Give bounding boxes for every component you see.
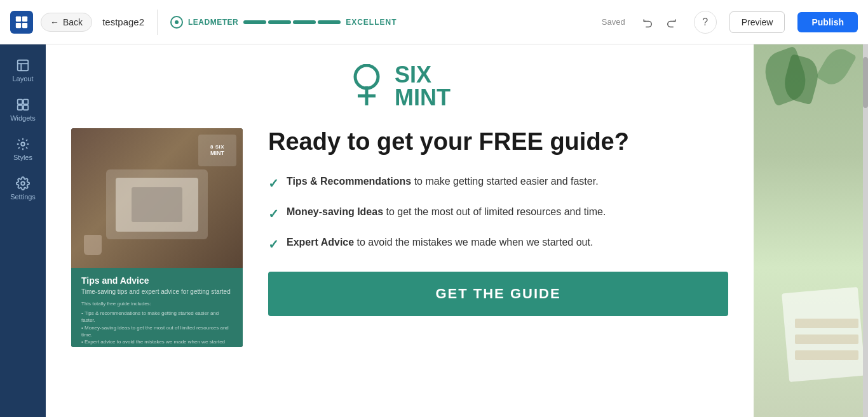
sidebar-item-layout[interactable]: Layout: [3, 52, 43, 89]
undo-button[interactable]: [638, 12, 658, 32]
brand-sub: MINT: [395, 86, 451, 109]
cta-button[interactable]: GET THE GUIDE: [268, 272, 728, 316]
brand-name: SIX: [395, 63, 451, 86]
svg-rect-8: [24, 100, 28, 104]
feature-item-2: ✓ Money-saving Ideas to get the most out…: [268, 204, 728, 223]
scrollbar[interactable]: [863, 44, 868, 417]
feature-text-2: Money-saving Ideas to get the most out o…: [287, 204, 606, 220]
svg-rect-9: [18, 105, 22, 110]
layout-icon: [16, 58, 30, 72]
feature-item-1: ✓ Tips & Recommendations to make getting…: [268, 174, 728, 193]
right-decorative-panel: [754, 44, 868, 417]
leadmeter-bar-2: [268, 20, 291, 24]
page-content: SIX MINT 8 SIX MINT: [46, 44, 754, 373]
brand-logo-text: SIX MINT: [395, 63, 451, 109]
widgets-icon: [16, 98, 30, 112]
sidebar-layout-label: Layout: [12, 75, 33, 83]
svg-rect-0: [16, 16, 21, 21]
check-icon-2: ✓: [268, 204, 279, 223]
brand-logo: SIX MINT: [349, 63, 451, 109]
check-icon-1: ✓: [268, 174, 279, 193]
svg-rect-4: [18, 60, 29, 71]
redo-button[interactable]: [661, 12, 681, 32]
back-button[interactable]: ← Back: [41, 13, 92, 32]
svg-rect-3: [22, 22, 27, 27]
app-logo: [10, 11, 33, 34]
check-icon-3: ✓: [268, 235, 279, 254]
feature-text-1: Tips & Recommendations to make getting s…: [287, 174, 599, 189]
leadmeter-bars: [243, 20, 341, 24]
topbar: ← Back testpage2 LEADMETER EXCELLENT Sav…: [0, 0, 868, 44]
undo-redo-group: [638, 12, 681, 32]
feature-item-3: ✓ Expert Advice to avoid the mistakes we…: [268, 235, 728, 254]
saved-status: Saved: [602, 17, 625, 27]
sidebar-item-styles[interactable]: Styles: [3, 131, 43, 168]
guide-cover-info: Tips and Advice Time-saving tips and exp…: [71, 268, 243, 347]
features-list: ✓ Tips & Recommendations to make getting…: [268, 174, 728, 254]
preview-label: Preview: [742, 17, 773, 27]
help-icon: ?: [702, 17, 708, 28]
guide-cover-subtitle: Time-saving tips and expert advice for g…: [81, 288, 233, 295]
leadmeter-rating: EXCELLENT: [346, 18, 397, 27]
guide-cover-body: This totally free guide includes: • Tips…: [81, 300, 233, 347]
sidebar-settings-label: Settings: [10, 193, 36, 201]
sidebar-widgets-label: Widgets: [10, 114, 36, 122]
content-right: Ready to get your FREE guide? ✓ Tips & R…: [268, 128, 728, 316]
back-label: Back: [63, 17, 83, 27]
sidebar-styles-label: Styles: [13, 154, 32, 161]
leadmeter-icon: [170, 16, 183, 29]
page-name: testpage2: [102, 17, 144, 27]
guide-cover: 8 SIX MINT: [71, 128, 243, 347]
help-button[interactable]: ?: [694, 11, 717, 34]
svg-rect-7: [18, 100, 22, 104]
brand-logo-icon: [349, 64, 384, 109]
styles-icon: [16, 137, 30, 151]
settings-icon: [16, 176, 30, 190]
scrollbar-thumb[interactable]: [863, 57, 868, 108]
svg-point-13: [355, 65, 378, 88]
sidebar-item-widgets[interactable]: Widgets: [3, 91, 43, 128]
svg-rect-10: [24, 105, 28, 110]
leadmeter-section: LEADMETER EXCELLENT: [170, 16, 397, 29]
back-arrow-icon: ←: [50, 17, 59, 27]
content-row: 8 SIX MINT: [71, 128, 728, 347]
leadmeter-bar-1: [243, 20, 266, 24]
preview-button[interactable]: Preview: [729, 11, 785, 33]
main-canvas: SIX MINT 8 SIX MINT: [46, 44, 868, 417]
feature-text-3: Expert Advice to avoid the mistakes we m…: [287, 235, 593, 250]
guide-cover-title: Tips and Advice: [81, 275, 233, 286]
svg-point-12: [21, 182, 25, 185]
leadmeter-label: LEADMETER: [188, 18, 238, 27]
sidebar: Layout Widgets Styles Settings: [0, 44, 46, 417]
svg-rect-2: [16, 22, 21, 27]
leadmeter-bar-4: [318, 20, 341, 24]
headline: Ready to get your FREE guide?: [268, 128, 728, 156]
leadmeter-bar-3: [293, 20, 316, 24]
svg-rect-1: [22, 16, 27, 21]
guide-cover-image: 8 SIX MINT: [71, 128, 243, 268]
sidebar-item-settings[interactable]: Settings: [3, 170, 43, 207]
publish-button[interactable]: Publish: [797, 12, 858, 32]
divider: [157, 10, 158, 35]
svg-point-11: [21, 142, 25, 146]
publish-label: Publish: [811, 17, 844, 27]
